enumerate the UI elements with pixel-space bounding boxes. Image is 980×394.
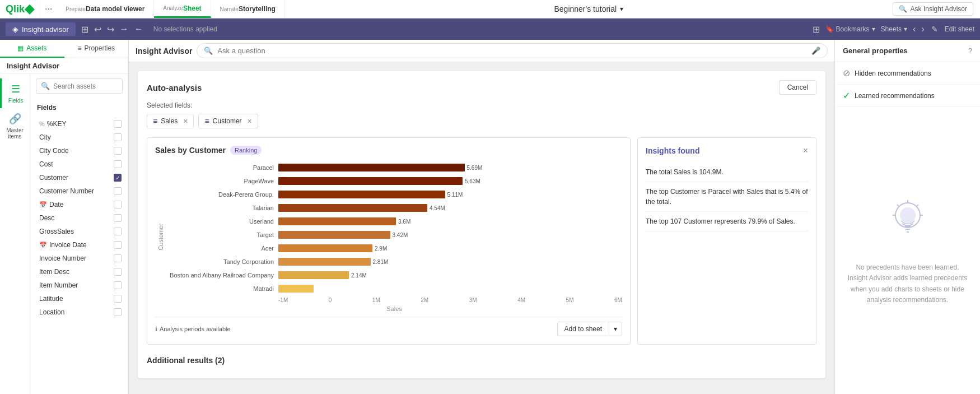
field-item-customer-number[interactable]: Customer Number xyxy=(30,184,128,198)
prev-sheet-icon[interactable]: ‹ xyxy=(913,24,916,34)
right-panel-header: General properties ? xyxy=(835,40,980,62)
tab-assets[interactable]: ▦ Assets xyxy=(0,40,64,58)
field-checkbox[interactable] xyxy=(114,133,122,141)
back-icon[interactable]: ← xyxy=(133,23,144,35)
bar-label: Userland xyxy=(166,215,274,228)
bar-row: 2.9M xyxy=(278,242,622,254)
field-item-latitude[interactable]: Latitude xyxy=(30,292,128,305)
bookmark-icon: 🔖 xyxy=(825,25,834,33)
ask-advisor-label: Ask Insight Advisor xyxy=(911,5,967,13)
svg-line-5 xyxy=(897,205,899,207)
bar xyxy=(278,217,396,225)
field-item-customer[interactable]: Customer✓ xyxy=(30,171,128,184)
ia-question-input[interactable] xyxy=(217,47,807,55)
nav-prepare[interactable]: Prepare Data model viewer xyxy=(57,0,154,18)
field-item-desc[interactable]: Desc xyxy=(30,211,128,225)
bar-row xyxy=(278,282,622,295)
sheets-button[interactable]: Sheets ▾ xyxy=(881,25,907,33)
fields-label: Fields xyxy=(37,100,122,115)
redo-icon[interactable]: ↪ xyxy=(106,23,115,36)
chevron-down-icon: ▾ xyxy=(620,5,623,13)
x-axis-tick: 6M xyxy=(614,297,622,303)
field-checkbox[interactable] xyxy=(114,187,122,195)
field-checkbox[interactable] xyxy=(114,201,122,208)
general-props-title: General properties xyxy=(843,47,908,55)
ask-advisor-button[interactable]: 🔍 Ask Insight Advisor xyxy=(893,2,973,16)
field-item-grosssales[interactable]: GrossSales xyxy=(30,225,128,238)
field-item-cost[interactable]: Cost xyxy=(30,157,128,171)
fields-list: %%KEYCityCity CodeCostCustomer✓Customer … xyxy=(30,117,128,394)
bar xyxy=(278,285,314,293)
nav-narrate[interactable]: Narrate Storytelling xyxy=(211,0,285,18)
bookmarks-button[interactable]: 🔖 Bookmarks ▾ xyxy=(825,25,875,33)
field-checkbox[interactable] xyxy=(114,308,122,316)
field-item-location[interactable]: Location xyxy=(30,305,128,319)
chip-customer-remove[interactable]: × xyxy=(248,117,252,126)
master-items-nav-label: Master items xyxy=(2,127,27,140)
nav-fields[interactable]: ☰ Fields xyxy=(0,78,30,108)
hidden-recommendations-item[interactable]: ⊘ Hidden recommendations xyxy=(835,62,980,85)
field-checkbox[interactable] xyxy=(114,120,122,128)
field-checkbox[interactable] xyxy=(114,214,122,222)
undo-icon[interactable]: ↩ xyxy=(93,23,102,36)
field-checkbox[interactable] xyxy=(114,268,122,276)
grid-icon[interactable]: ⊞ xyxy=(813,24,820,35)
app-title[interactable]: Beginner's tutorial ▾ xyxy=(554,4,623,13)
field-item-%key[interactable]: %%KEY xyxy=(30,117,128,131)
field-checkbox[interactable] xyxy=(114,295,122,303)
insight-advisor-button[interactable]: ◈ Insight advisor xyxy=(6,22,76,36)
bar-chart: Customer ParacelPageWaveDeak-Perera Grou… xyxy=(155,161,622,312)
more-options-icon[interactable]: ··· xyxy=(40,4,57,14)
learned-recommendations-label: Learned recommendations xyxy=(855,92,935,100)
field-item-date[interactable]: 📅Date xyxy=(30,198,128,211)
bar-row: 5.11M xyxy=(278,188,622,201)
tab-properties[interactable]: ≡ Properties xyxy=(64,40,129,58)
field-checkbox[interactable] xyxy=(114,281,122,289)
add-to-sheet-button[interactable]: Add to sheet ▾ xyxy=(557,322,622,336)
nav-master-items[interactable]: 🔗 Master items xyxy=(0,108,30,144)
help-icon[interactable]: ? xyxy=(968,47,972,55)
microphone-icon[interactable]: 🎤 xyxy=(811,47,820,55)
chip-customer: ≡ Customer × xyxy=(198,114,258,128)
insights-close-icon[interactable]: × xyxy=(803,146,808,156)
forward-icon[interactable]: → xyxy=(119,23,130,35)
field-name: Item Desc xyxy=(39,268,69,276)
key-icon: % xyxy=(39,120,45,127)
field-checkbox[interactable] xyxy=(114,254,122,262)
chart-title: Sales by Customer xyxy=(155,146,226,155)
insight-advisor-icon: ◈ xyxy=(12,25,18,34)
chip-sales-remove[interactable]: × xyxy=(183,117,188,126)
next-sheet-icon[interactable]: › xyxy=(921,24,924,34)
field-name: Invoice Number xyxy=(39,254,86,262)
add-to-sheet-arrow[interactable]: ▾ xyxy=(609,322,622,336)
field-item-item-desc[interactable]: Item Desc xyxy=(30,265,128,279)
edit-icon[interactable]: ✎ xyxy=(930,24,939,35)
bar-value: 2.81M xyxy=(373,259,389,265)
bookmarks-chevron: ▾ xyxy=(872,25,875,33)
toolbar-right: ⊞ 🔖 Bookmarks ▾ Sheets ▾ ‹ › ✎ Edit shee… xyxy=(813,24,974,35)
field-name: GrossSales xyxy=(39,228,74,235)
search-assets-input[interactable] xyxy=(53,82,118,90)
field-checkbox[interactable] xyxy=(114,147,122,155)
field-item-item-number[interactable]: Item Number xyxy=(30,279,128,292)
field-checkbox[interactable] xyxy=(114,160,122,168)
chip-sales: ≡ Sales × xyxy=(147,114,194,128)
bookmarks-label: Bookmarks xyxy=(836,25,870,33)
ia-search-box: 🔍 🎤 xyxy=(197,43,828,58)
edit-sheet-label[interactable]: Edit sheet xyxy=(945,25,974,33)
add-to-sheet-label[interactable]: Add to sheet xyxy=(558,322,609,336)
field-item-invoice-date[interactable]: 📅Invoice Date xyxy=(30,238,128,252)
cancel-button[interactable]: Cancel xyxy=(779,80,816,95)
bar-row: 4.54M xyxy=(278,202,622,214)
field-item-city-code[interactable]: City Code xyxy=(30,144,128,157)
hidden-rec-icon: ⊘ xyxy=(843,68,850,78)
field-item-invoice-number[interactable]: Invoice Number xyxy=(30,252,128,265)
field-checkbox[interactable] xyxy=(114,241,122,249)
selection-icon[interactable]: ⊞ xyxy=(80,23,90,36)
field-name: 📅Invoice Date xyxy=(39,241,87,249)
field-checkbox[interactable] xyxy=(114,228,122,235)
nav-analyze[interactable]: Analyze Sheet xyxy=(154,0,211,18)
field-item-city[interactable]: City xyxy=(30,131,128,144)
field-checkbox[interactable]: ✓ xyxy=(114,174,122,182)
learned-recommendations-item[interactable]: ✓ Learned recommendations xyxy=(835,85,980,107)
